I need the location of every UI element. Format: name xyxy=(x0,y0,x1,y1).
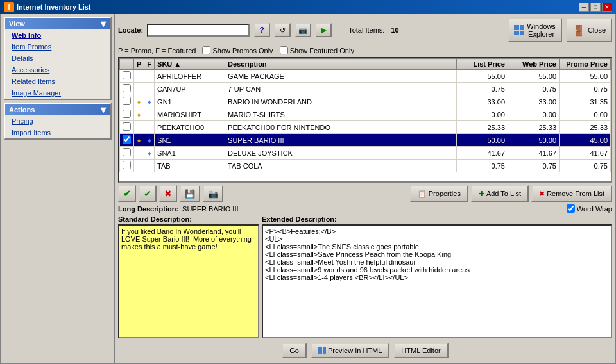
show-featured-checkbox[interactable] xyxy=(280,46,288,54)
row-checkbox[interactable] xyxy=(123,97,131,105)
long-desc-row: Long Description: SUPER BARIO III Word W… xyxy=(118,204,612,213)
sidebar-item-item-promos[interactable]: Item Promos xyxy=(5,41,110,53)
col-p[interactable]: P xyxy=(134,59,144,70)
row-checkbox[interactable] xyxy=(123,122,131,131)
camera-button[interactable]: 📷 xyxy=(295,23,311,37)
actions-items: Pricing Import Items xyxy=(5,115,110,138)
col-web-price[interactable]: Web Price xyxy=(508,59,560,70)
minimize-button[interactable]: ─ xyxy=(579,3,589,12)
preview-html-label: Preview In HTML xyxy=(328,347,382,354)
row-desc: DELUXE JOYSTICK xyxy=(225,147,457,160)
row-desc: GAME PACKAGE xyxy=(225,70,457,83)
row-checkbox[interactable] xyxy=(123,71,131,79)
extended-desc-textarea[interactable] xyxy=(262,224,612,338)
show-featured-label[interactable]: Show Featured Only xyxy=(280,46,354,54)
properties-button[interactable]: 📋 Properties xyxy=(410,185,468,202)
sidebar-item-image-manager[interactable]: Image Manager xyxy=(5,87,110,99)
row-list-price: 25.33 xyxy=(457,121,508,134)
table-row[interactable]: TABTAB COLA0.750.750.75 xyxy=(120,160,611,172)
actions-collapse-icon: ⯆ xyxy=(100,106,107,113)
preview-html-button[interactable]: Preview In HTML xyxy=(311,343,389,358)
check-x-icon: ✖ xyxy=(164,188,172,199)
preview-grid-icon xyxy=(318,347,326,354)
maximize-button[interactable]: □ xyxy=(590,3,601,12)
row-web-price: 0.75 xyxy=(508,83,560,95)
table-row[interactable]: ♦MARIOSHIRTMARIO T-SHIRTS0.000.000.00 xyxy=(120,108,611,121)
floppy-button[interactable]: 💾 xyxy=(180,185,200,202)
row-web-price: 55.00 xyxy=(508,70,560,83)
table-row[interactable]: ♦SNA1DELUXE JOYSTICK41.6741.6741.67 xyxy=(120,147,611,160)
check-minus-button[interactable]: ✔ xyxy=(139,185,157,202)
show-promos-label[interactable]: Show Promos Only xyxy=(202,46,273,54)
content-area: Locate: ? ↺ 📷 ▶ Total Items: 10 xyxy=(116,14,615,363)
check-green-button[interactable]: ✔ xyxy=(118,185,136,202)
table-row[interactable]: CAN7UP7-UP CAN0.750.750.75 xyxy=(120,83,611,95)
row-web-price: 0.75 xyxy=(508,160,560,172)
row-p: ♦ xyxy=(134,95,144,108)
check-x-button[interactable]: ✖ xyxy=(159,185,177,202)
col-list-price[interactable]: List Price xyxy=(457,59,508,70)
row-p: ♦ xyxy=(134,108,144,121)
show-promos-checkbox[interactable] xyxy=(202,46,210,54)
row-promo-price: 55.00 xyxy=(560,70,611,83)
sidebar-item-details[interactable]: Details xyxy=(5,53,110,64)
table-row[interactable]: ♦♦GN1BARIO IN WONDERLAND33.0033.0031.35 xyxy=(120,95,611,108)
row-p xyxy=(134,160,144,172)
row-list-price: 55.00 xyxy=(457,70,508,83)
row-checkbox[interactable] xyxy=(123,161,131,169)
row-promo-price: 0.75 xyxy=(560,83,611,95)
arrow-button[interactable]: ▶ xyxy=(315,23,332,37)
remove-list-icon: ✖ xyxy=(539,190,545,198)
close-button[interactable]: 🚪 Close xyxy=(566,18,612,42)
table-scroll[interactable]: P F SKU ▲ Description List Price Web Pri… xyxy=(119,58,611,181)
sidebar-item-related-items[interactable]: Related Items xyxy=(5,76,110,87)
row-promo-price: 45.00 xyxy=(560,134,611,147)
html-editor-button[interactable]: HTML Editor xyxy=(393,343,448,358)
sidebar-item-accessories[interactable]: Accessories xyxy=(5,64,110,76)
sidebar-item-pricing[interactable]: Pricing xyxy=(5,115,110,127)
go-button[interactable]: Go xyxy=(282,343,307,358)
windows-explorer-button[interactable]: Windows Explorer xyxy=(508,18,562,42)
camera2-button[interactable]: 📷 xyxy=(203,185,223,202)
locate-input[interactable] xyxy=(147,24,250,37)
sidebar-item-web-info[interactable]: Web Info xyxy=(5,29,110,41)
col-f[interactable]: F xyxy=(144,59,155,70)
view-label: View xyxy=(9,20,25,28)
row-desc: TAB COLA xyxy=(225,160,457,172)
col-desc[interactable]: Description xyxy=(225,59,457,70)
actions-section-header[interactable]: Actions ⯆ xyxy=(5,104,110,115)
table-row[interactable]: APRILOFFERGAME PACKAGE55.0055.0055.00 xyxy=(120,70,611,83)
add-to-list-button[interactable]: ✚ Add To List xyxy=(471,185,529,202)
long-desc-value: SUPER BARIO III xyxy=(182,205,238,213)
windows-explorer-label: Windows Explorer xyxy=(527,22,556,38)
row-list-price: 0.75 xyxy=(457,160,508,172)
sidebar-item-import-items[interactable]: Import Items xyxy=(5,127,110,138)
col-sku[interactable]: SKU ▲ xyxy=(155,59,225,70)
row-sku: APRILOFFER xyxy=(155,70,225,83)
table-row[interactable]: PEEKATCHO0PEEKATCHO0 FOR NINTENDO25.3325… xyxy=(120,121,611,134)
window-controls: ─ □ ✕ xyxy=(579,3,612,12)
desc-area: Long Description: SUPER BARIO III Word W… xyxy=(118,204,612,338)
refresh-button[interactable]: ↺ xyxy=(274,23,291,37)
windows-explorer-grid-icon xyxy=(514,25,524,35)
row-desc: MARIO T-SHIRTS xyxy=(225,108,457,121)
long-desc-label: Long Description: xyxy=(118,205,178,213)
bottom-bar: Go Preview In HTML HTML Editor xyxy=(118,341,612,360)
row-web-price: 33.00 xyxy=(508,95,560,108)
standard-desc-textarea[interactable] xyxy=(118,224,259,338)
row-p xyxy=(134,70,144,83)
row-checkbox[interactable] xyxy=(123,84,131,92)
row-checkbox[interactable] xyxy=(123,110,131,118)
table-row[interactable]: ♦♦SN1SUPER BARIO III50.0050.0045.00 xyxy=(120,134,611,147)
row-list-price: 33.00 xyxy=(457,95,508,108)
row-checkbox[interactable] xyxy=(123,135,131,144)
row-promo-price: 41.67 xyxy=(560,147,611,160)
row-desc: SUPER BARIO III xyxy=(225,134,457,147)
row-checkbox[interactable] xyxy=(123,148,131,156)
view-section-header[interactable]: View ⯆ xyxy=(5,18,110,29)
remove-from-list-button[interactable]: ✖ Remove From List xyxy=(531,185,612,202)
col-promo-price[interactable]: Promo Price xyxy=(560,59,611,70)
word-wrap-checkbox[interactable] xyxy=(567,204,575,213)
help-button[interactable]: ? xyxy=(253,23,270,37)
close-window-button[interactable]: ✕ xyxy=(602,3,612,12)
